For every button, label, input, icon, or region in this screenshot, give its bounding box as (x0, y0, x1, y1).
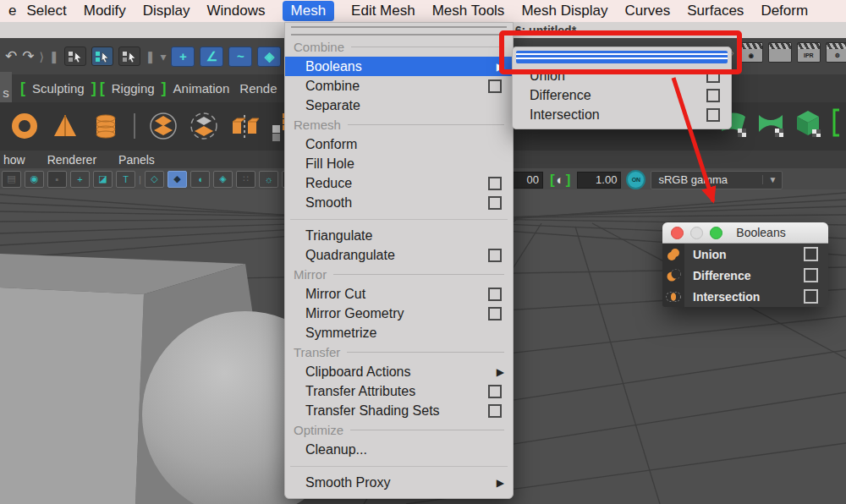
render-view-eye-icon[interactable]: ◉ (739, 42, 763, 63)
minimize-button[interactable] (690, 227, 703, 239)
option-box[interactable] (804, 247, 818, 261)
menu-item-combine[interactable]: Combine (285, 76, 513, 96)
select-object-icon[interactable] (91, 47, 113, 66)
booleans-row-intersection[interactable]: Intersection (662, 286, 828, 307)
menu-item-booleans[interactable]: Booleans▶ (285, 57, 513, 76)
menubar-item-edit-mesh[interactable]: Edit Mesh (351, 2, 415, 20)
menu-item-conform[interactable]: Conform (285, 134, 513, 154)
submenu-item-difference[interactable]: Difference (513, 85, 731, 105)
option-box[interactable] (488, 288, 502, 301)
combine-icon[interactable] (149, 112, 179, 142)
menu-item-fill-hole[interactable]: Fill Hole (285, 154, 513, 173)
render-settings-icon[interactable]: ⚙ (826, 42, 846, 63)
option-box[interactable] (706, 69, 720, 83)
menu-item-clipboard-actions[interactable]: Clipboard Actions▶ (285, 362, 513, 381)
option-box[interactable] (488, 177, 502, 190)
option-box[interactable] (488, 385, 502, 398)
gate-mask-icon[interactable]: ▪ (47, 171, 67, 188)
render-current-frame-icon[interactable] (768, 42, 792, 63)
shaded-mode-icon[interactable]: ◆ (168, 171, 187, 188)
option-box[interactable] (488, 79, 502, 93)
field-chart-icon[interactable]: + (70, 171, 90, 188)
snap-point-icon[interactable]: ~ (228, 47, 252, 67)
lighting-icon[interactable]: ☼ (259, 171, 278, 188)
shelf-tab-partial[interactable]: s (0, 72, 12, 105)
menu-item-quadrangulate[interactable]: Quadrangulate (285, 245, 513, 265)
menubar-item-windows[interactable]: Windows (207, 2, 266, 20)
option-box[interactable] (488, 307, 502, 320)
option-box[interactable] (804, 289, 818, 304)
select-hierarchy-icon[interactable] (64, 47, 86, 66)
separate-icon[interactable] (190, 112, 220, 142)
shelf-tab-rende[interactable]: Rende (234, 81, 282, 96)
dropdown-caret-icon[interactable]: ▾ (160, 50, 166, 63)
zoom-button[interactable] (710, 227, 722, 239)
textured-mode-icon[interactable]: ◖ (190, 171, 210, 188)
undo-icon[interactable]: ↶ (5, 47, 17, 65)
option-box[interactable] (488, 196, 502, 210)
panel-menu-panels[interactable]: Panels (118, 153, 155, 167)
submenu-item-union[interactable]: Union (513, 66, 731, 85)
menubar-item-select[interactable]: Select (26, 2, 66, 20)
menu-item-transfer-shading-sets[interactable]: Transfer Shading Sets (285, 401, 513, 420)
poly-torus-icon[interactable] (10, 112, 41, 142)
menu-item-cleanup[interactable]: Cleanup... (285, 440, 513, 459)
resolution-gate-icon[interactable]: ◉ (25, 171, 44, 188)
menu-item-symmetrize[interactable]: Symmetrize (285, 323, 513, 342)
panel-menu-renderer[interactable]: Renderer (47, 153, 96, 167)
gamma-field[interactable]: 1.00 (577, 172, 621, 189)
ipr-render-icon[interactable]: IPR (797, 42, 821, 63)
contrast-icon[interactable]: [◐] (548, 172, 572, 189)
nurbs-cube-icon[interactable] (794, 108, 824, 142)
wireframe-mode-icon[interactable]: ◇ (145, 171, 164, 188)
panel-menu-show[interactable]: how (3, 153, 25, 167)
submenu-item-intersection[interactable]: Intersection (513, 105, 731, 124)
menu-item-mirror-cut[interactable]: Mirror Cut (285, 284, 513, 304)
menubar-item-surfaces[interactable]: Surfaces (687, 2, 744, 20)
shelf-tab-sculpting[interactable]: Sculpting (27, 81, 90, 96)
xray-icon[interactable]: ∷ (236, 171, 255, 188)
grease-pencil-icon[interactable]: T (116, 171, 135, 188)
playback-marker-icon[interactable]: ⟩ (40, 50, 44, 63)
mirror-cut-icon[interactable] (230, 112, 261, 142)
shelf-tab-rigging[interactable]: Rigging (107, 81, 160, 96)
menu-item-reduce[interactable]: Reduce (285, 173, 513, 193)
camera-attributes-icon[interactable]: ◪ (93, 171, 113, 188)
shelf-tab-animation[interactable]: Animation (168, 81, 235, 96)
close-button[interactable] (671, 227, 684, 239)
menubar-item-modify[interactable]: Modify (84, 2, 126, 20)
menu-tearoff[interactable] (285, 25, 513, 37)
booleans-row-union[interactable]: Union (662, 244, 828, 265)
menu-item-smooth[interactable]: Smooth (285, 193, 513, 212)
nurbs-loft-icon[interactable] (756, 108, 787, 142)
booleans-window-titlebar[interactable]: Booleans (662, 222, 828, 244)
menu-item-triangulate[interactable]: Triangulate (285, 226, 513, 245)
view-transform-select[interactable]: sRGB gamma ▼ (651, 171, 783, 189)
snap-plane-icon[interactable]: ◈ (257, 47, 281, 67)
poly-pyramid-icon[interactable] (51, 112, 81, 142)
menubar-item-curves[interactable]: Curves (624, 2, 670, 20)
option-box[interactable] (706, 89, 720, 102)
snap-grid-icon[interactable]: + (171, 47, 195, 67)
menubar-item-partial[interactable]: e (8, 3, 16, 19)
option-box[interactable] (706, 108, 720, 122)
menu-item-smooth-proxy[interactable]: Smooth Proxy▶ (285, 473, 513, 492)
redo-icon[interactable]: ↷ (22, 47, 34, 65)
menu-item-transfer-attributes[interactable]: Transfer Attributes (285, 381, 513, 401)
option-box[interactable] (488, 249, 502, 262)
poly-helix-icon[interactable] (91, 112, 122, 142)
menubar-item-mesh-display[interactable]: Mesh Display (521, 2, 607, 20)
film-gate-icon[interactable]: ▤ (2, 171, 21, 188)
select-component-icon[interactable] (118, 47, 140, 66)
menu-item-separate[interactable]: Separate (285, 96, 513, 115)
option-box[interactable] (804, 268, 818, 282)
menubar-item-display[interactable]: Display (143, 2, 190, 20)
booleans-row-difference[interactable]: Difference (662, 265, 828, 286)
submenu-tearoff-highlighted[interactable] (513, 51, 731, 63)
menubar-item-mesh-tools[interactable]: Mesh Tools (432, 2, 505, 20)
menu-item-mirror-geometry[interactable]: Mirror Geometry (285, 304, 513, 323)
option-box[interactable] (488, 404, 502, 418)
menubar-item-deform[interactable]: Deform (761, 2, 808, 20)
menubar-item-mesh[interactable]: Mesh (283, 1, 335, 21)
color-management-toggle[interactable]: ON (626, 170, 645, 189)
